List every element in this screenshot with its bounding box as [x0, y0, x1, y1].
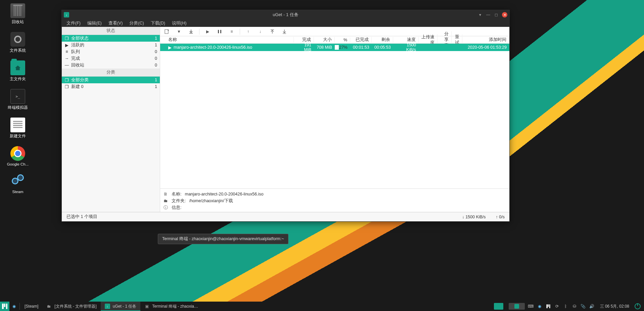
col-remain[interactable]: 剩余	[372, 37, 393, 43]
label: Steam	[12, 190, 23, 194]
desktop-filesystem[interactable]: 文件系统	[3, 32, 32, 53]
svg-rect-1	[218, 30, 219, 33]
tray-manjaro[interactable]	[546, 304, 551, 309]
quicklaunch-steam[interactable]: ◉	[9, 302, 19, 311]
menu-view[interactable]: 查看(V)	[105, 20, 126, 27]
row-size: 708 MiB	[314, 45, 335, 50]
properties-button[interactable]: ≡	[229, 29, 234, 34]
col-pct[interactable]: %	[335, 38, 350, 42]
move-up-button[interactable]: ↑	[245, 29, 251, 34]
tray-bluetooth[interactable]: ᛒ	[563, 304, 568, 309]
col-size[interactable]: 大小	[314, 37, 335, 43]
tray-input-method[interactable]: ⌨	[528, 304, 534, 309]
new-dropdown-button[interactable]: ▼	[176, 29, 182, 34]
move-top-button[interactable]	[270, 29, 275, 34]
desktop-terminal[interactable]: 终端模拟器	[3, 89, 32, 110]
main-panel: ▼ ▶ ≡ ↑ ↓ 名称 完成 大小 % 已完成	[160, 27, 509, 212]
category-header: 分类	[62, 69, 160, 77]
menu-edit[interactable]: 编辑(E)	[84, 20, 105, 27]
sidebar-status-recycle[interactable]: —回收站0	[62, 62, 160, 69]
task-steam[interactable]: [Steam]	[20, 302, 42, 311]
file-icon	[10, 118, 25, 132]
desktop-trash[interactable]: 回收站	[3, 3, 32, 25]
start-button[interactable]: ▶	[205, 29, 210, 34]
col-speed[interactable]: 速度	[393, 37, 419, 43]
label: 完成	[71, 56, 80, 61]
desktop-newfile[interactable]: 新建文件	[3, 118, 32, 139]
menu-file[interactable]: 文件(F)	[63, 20, 84, 27]
window-title: uGet - 1 任务	[273, 12, 298, 18]
uget-icon: ↓	[105, 304, 110, 309]
task-filemanager[interactable]: 🖿[文件系统 - 文件管理器]	[42, 302, 100, 311]
start-menu-button[interactable]	[0, 302, 9, 311]
move-down-button[interactable]: ↓	[258, 29, 263, 34]
sidebar-category-new0[interactable]: ❐新建 01	[62, 83, 160, 90]
show-desktop-button[interactable]	[494, 303, 503, 310]
tray-updates[interactable]: ⟳	[554, 304, 560, 309]
maximize-button[interactable]: ◻	[494, 12, 499, 17]
table-header[interactable]: 名称 完成 大小 % 已完成 剩余 速度 上传速度 分享率 重试 添加时间	[160, 36, 509, 44]
sidebar-status-queue[interactable]: ≡队列0	[62, 48, 160, 55]
col-done[interactable]: 完成	[294, 37, 314, 43]
label: 新建 0	[71, 84, 83, 90]
detail-folder-value: /home/zhaoxianjin/下载	[189, 198, 233, 204]
count: 1	[155, 78, 157, 82]
label: 活跃的	[71, 42, 84, 48]
sidebar-status-all[interactable]: ❐全部状态1	[62, 35, 160, 42]
menu-help[interactable]: 说明(H)	[169, 20, 190, 27]
minimize-button[interactable]: —	[486, 12, 491, 17]
play-icon: ▶	[168, 45, 172, 50]
col-elapsed[interactable]: 已完成	[350, 37, 372, 43]
queue-icon: ≡	[64, 49, 69, 54]
logout-button[interactable]	[635, 303, 641, 309]
task-uget[interactable]: ↓uGet - 1 任务	[101, 302, 141, 311]
task-label: uGet - 1 任务	[113, 304, 137, 309]
file-icon: 🗎	[164, 192, 168, 196]
tray-disk[interactable]: ⛁	[572, 304, 577, 309]
label: 回收站	[71, 62, 84, 68]
menu-download[interactable]: 下载(D)	[147, 20, 169, 27]
label: 主文件夹	[10, 77, 26, 82]
folder-icon: 🖿	[46, 304, 52, 309]
col-added[interactable]: 添加时间	[462, 37, 509, 43]
keep-above-button[interactable]: ▾	[478, 12, 482, 17]
close-button[interactable]: ✕	[502, 12, 507, 17]
steam-icon	[10, 174, 25, 188]
system-tray: ⌨ ◉ ⟳ ᛒ ⛁ 📎 🔊 三 06 5月, 02:08	[491, 303, 644, 310]
desktop-steam[interactable]: Steam	[3, 174, 32, 194]
save-button[interactable]	[188, 29, 194, 34]
table-row[interactable]: ▶manjaro-architect-20.0-200426-linux56.i…	[160, 44, 509, 51]
col-name[interactable]: 名称	[166, 37, 294, 43]
label: 队列	[71, 49, 80, 55]
task-label: [文件系统 - 文件管理器]	[54, 304, 96, 309]
count: 1	[155, 43, 157, 47]
uget-app-icon: ↓	[64, 12, 69, 17]
sidebar-status-finished[interactable]: →完成0	[62, 55, 160, 62]
new-download-button[interactable]	[164, 29, 170, 34]
desktop-chrome[interactable]: Google Ch...	[3, 146, 32, 166]
taskbar-clock[interactable]: 三 06 5月, 02:08	[600, 304, 629, 309]
pause-button[interactable]	[217, 29, 222, 34]
label: Google Ch...	[7, 162, 29, 166]
status-selection: 已选中 1 个项目	[66, 214, 97, 220]
label: 全部分类	[71, 77, 89, 83]
move-bottom-button[interactable]	[282, 29, 287, 34]
tray-steam[interactable]: ◉	[537, 304, 542, 309]
svg-rect-2	[220, 30, 221, 33]
table-empty-area[interactable]	[160, 51, 509, 188]
copy-icon: ❐	[64, 78, 69, 83]
titlebar[interactable]: ↓ uGet - 1 任务 ▾ — ◻ ✕	[62, 10, 509, 19]
copy-icon: ❐	[64, 84, 69, 89]
play-icon: ▶	[64, 43, 69, 48]
status-down-speed: ↓ 1500 KiB/s	[462, 215, 486, 219]
sidebar-category-all[interactable]: ❐全部分类1	[62, 77, 160, 83]
task-terminal[interactable]: ▣Terminal 终端 - zhaoxianjin...	[140, 302, 204, 311]
row-elapsed: 00:01:53	[350, 45, 372, 50]
tray-volume[interactable]: 🔊	[589, 304, 595, 309]
menu-category[interactable]: 分类(C)	[126, 20, 147, 27]
tray-clipboard[interactable]: 📎	[581, 304, 586, 309]
tray-uget-indicator[interactable]	[509, 303, 525, 310]
sidebar-status-active[interactable]: ▶活跃的1	[62, 42, 160, 48]
desktop-home[interactable]: 主文件夹	[3, 60, 32, 82]
sidebar: 状态 ❐全部状态1 ▶活跃的1 ≡队列0 →完成0 —回收站0 分类 ❐全部分类…	[62, 27, 160, 212]
